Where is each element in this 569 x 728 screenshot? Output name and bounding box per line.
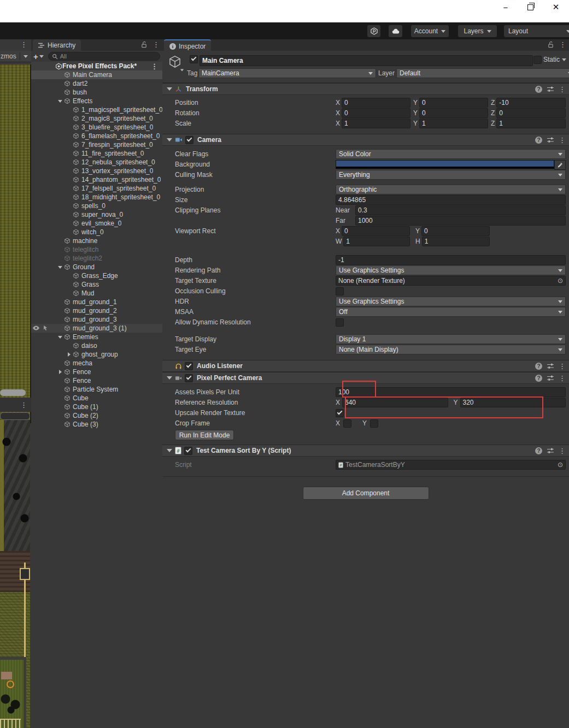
- lock-icon[interactable]: [548, 41, 554, 48]
- presets-icon[interactable]: [547, 375, 554, 381]
- foldout-icon[interactable]: [56, 97, 64, 105]
- lower-panel-searchbar[interactable]: [0, 412, 30, 420]
- hierarchy-item-mud-ground-2[interactable]: mud_ground_2: [31, 306, 162, 315]
- target-display-dropdown[interactable]: Display 1: [336, 334, 566, 344]
- hierarchy-item-2-magic8-spritesheet-0[interactable]: 2_magic8_spritesheet_0: [31, 114, 162, 123]
- script-component-header[interactable]: # Test Camera Sort By Y (Script) ? ⋮: [162, 445, 569, 457]
- hierarchy-item-teleglitch2[interactable]: teleglitch2: [31, 254, 162, 263]
- target-eye-dropdown[interactable]: None (Main Display): [336, 345, 566, 354]
- minimize-button[interactable]: −: [496, 0, 515, 14]
- far-field[interactable]: 1000: [355, 216, 566, 226]
- scene-viewport[interactable]: [0, 64, 31, 423]
- hdr-dropdown[interactable]: Use Graphics Settings: [336, 297, 566, 306]
- hierarchy-item-grass-edge[interactable]: Grass_Edge: [31, 271, 162, 280]
- rotation-z-field[interactable]: 0: [496, 108, 566, 118]
- hierarchy-item-mud[interactable]: Mud: [31, 289, 162, 298]
- near-field[interactable]: 0.3: [355, 205, 566, 215]
- game-object-name-field[interactable]: Main Camera: [200, 55, 533, 66]
- audio-listener-component-header[interactable]: Audio Listener ? ⋮: [162, 360, 569, 372]
- rendering-path-dropdown[interactable]: Use Graphics Settings: [336, 265, 566, 275]
- script-field[interactable]: # TestCameraSortByY ⊙: [336, 460, 566, 470]
- hierarchy-item-grass[interactable]: Grass: [31, 280, 162, 289]
- hierarchy-item-teleglitch[interactable]: teleglitch: [31, 245, 162, 254]
- foldout-icon[interactable]: [65, 350, 73, 359]
- rotation-y-field[interactable]: 0: [419, 108, 488, 118]
- presets-icon[interactable]: [547, 363, 554, 369]
- depth-field[interactable]: -1: [336, 255, 566, 265]
- foldout-icon[interactable]: [167, 448, 172, 453]
- hierarchy-item-spells-0[interactable]: spells_0: [31, 202, 162, 210]
- hierarchy-item-enemies[interactable]: Enemies: [31, 333, 162, 341]
- run-in-edit-mode-button[interactable]: Run In Edit Mode: [175, 430, 234, 440]
- hierarchy-item-6-flamelash-spritesheet-0[interactable]: 6_flamelash_spritesheet_0: [31, 132, 162, 140]
- foldout-icon[interactable]: [167, 86, 172, 92]
- hierarchy-item-particle-system[interactable]: Particle System: [31, 385, 162, 394]
- hierarchy-item-cube-1[interactable]: Cube (1): [31, 403, 162, 411]
- lock-icon[interactable]: [141, 41, 147, 48]
- scale-y-field[interactable]: 1: [419, 119, 488, 128]
- presets-icon[interactable]: [547, 86, 554, 92]
- target-texture-field[interactable]: None (Render Texture)⊙: [336, 276, 566, 286]
- hierarchy-search-input[interactable]: All: [48, 52, 160, 61]
- help-icon[interactable]: ?: [535, 375, 542, 382]
- panel-menu-icon[interactable]: ⋮: [20, 401, 27, 409]
- msaa-dropdown[interactable]: Off: [336, 307, 566, 317]
- panel-menu-icon[interactable]: ⋮: [152, 41, 160, 48]
- presets-icon[interactable]: [547, 448, 554, 454]
- position-y-field[interactable]: 0: [419, 98, 488, 108]
- scene-scrollbar[interactable]: [0, 389, 26, 396]
- color-swatch[interactable]: [336, 160, 554, 169]
- panel-menu-icon[interactable]: ⋮: [20, 41, 27, 48]
- add-component-button[interactable]: Add Component: [303, 487, 429, 500]
- viewport-h-field[interactable]: 1: [422, 236, 490, 246]
- transform-component-header[interactable]: Transform ? ⋮: [162, 83, 569, 95]
- version-control-button[interactable]: [367, 25, 380, 37]
- hierarchy-item-daiso[interactable]: daiso: [31, 341, 162, 350]
- icon-picker-arrow[interactable]: [180, 69, 184, 72]
- hierarchy-item-18-midnight-spritesheet-0[interactable]: 18_midnight_spritesheet_0: [31, 193, 162, 202]
- foldout-icon[interactable]: [167, 137, 172, 143]
- camera-enabled-checkbox[interactable]: [185, 136, 193, 144]
- hierarchy-item-cube[interactable]: Cube: [31, 394, 162, 403]
- hierarchy-item-14-phantom-spritesheet-0[interactable]: 14_phantom_spritesheet_0: [31, 175, 162, 184]
- static-checkbox[interactable]: [533, 56, 542, 64]
- hierarchy-item-effects[interactable]: Effects: [31, 97, 162, 105]
- hierarchy-item-11-fire-spritesheet-0[interactable]: 11_fire_spritesheet_0: [31, 149, 162, 158]
- hierarchy-item-17-felspell-spritesheet-0[interactable]: 17_felspell_spritesheet_0: [31, 184, 162, 193]
- viewport-y-field[interactable]: 0: [421, 226, 490, 236]
- hierarchy-item-fence[interactable]: Fence: [31, 376, 162, 385]
- hierarchy-item-main-camera[interactable]: Main Camera: [31, 70, 162, 79]
- component-menu-icon[interactable]: ⋮: [559, 363, 566, 370]
- pixel-perfect-enabled-checkbox[interactable]: [185, 374, 193, 382]
- background-color-field[interactable]: [336, 160, 566, 169]
- reference-resolution-y-field[interactable]: 320: [460, 398, 566, 407]
- pickability-icon[interactable]: [43, 325, 49, 331]
- hierarchy-item-cube-3[interactable]: Cube (3): [31, 420, 162, 429]
- hierarchy-item-witch-0[interactable]: witch_0: [31, 228, 162, 236]
- object-picker-icon[interactable]: ⊙: [558, 461, 563, 469]
- hierarchy-item-ghost-group[interactable]: ghost_group: [31, 350, 162, 359]
- camera-component-header[interactable]: Camera ? ⋮: [162, 134, 569, 146]
- hierarchy-item-dart2[interactable]: dart2: [31, 79, 162, 88]
- tab-inspector[interactable]: i Inspector: [164, 39, 211, 52]
- static-dropdown-icon[interactable]: [562, 58, 566, 61]
- clear-flags-dropdown[interactable]: Solid Color: [336, 149, 566, 159]
- panel-menu-icon[interactable]: ⋮: [559, 41, 566, 48]
- tag-dropdown[interactable]: MainCamera: [198, 68, 376, 78]
- component-menu-icon[interactable]: ⋮: [559, 86, 566, 93]
- account-dropdown[interactable]: Account: [411, 25, 449, 37]
- create-dropdown-icon[interactable]: [39, 55, 44, 58]
- script-enabled-checkbox[interactable]: [184, 447, 192, 455]
- close-button[interactable]: ✕: [547, 0, 565, 14]
- viewport-x-field[interactable]: 0: [342, 226, 410, 236]
- cloud-services-button[interactable]: [389, 25, 402, 37]
- crop-y-checkbox[interactable]: [370, 419, 378, 428]
- hierarchy-item-13-vortex-spritesheet-0[interactable]: 13_vortex_spritesheet_0: [31, 167, 162, 175]
- layers-dropdown[interactable]: Layers: [458, 25, 497, 37]
- hierarchy-item-12-nebula-spritesheet-0[interactable]: 12_nebula_spritesheet_0: [31, 158, 162, 167]
- assets-ppu-field[interactable]: 100: [336, 387, 566, 397]
- component-menu-icon[interactable]: ⋮: [559, 375, 566, 382]
- help-icon[interactable]: ?: [535, 447, 542, 454]
- eyedropper-button[interactable]: [554, 160, 566, 170]
- hierarchy-item-mecha[interactable]: mecha: [31, 359, 162, 368]
